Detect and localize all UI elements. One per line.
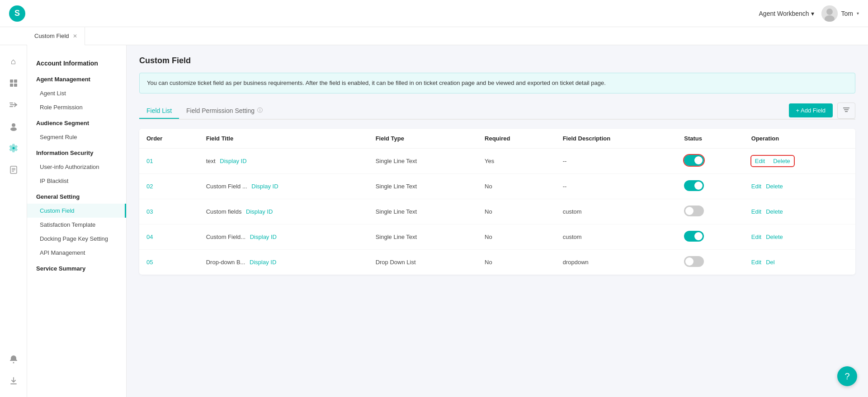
table-header-row: Order Field Title Field Type Required Fi…	[139, 129, 855, 149]
tab-field-permission-label: Field Permission Setting	[186, 107, 255, 114]
main-layout: ⌂ Account Information Agent Management	[0, 45, 868, 397]
nav-download-icon[interactable]	[5, 372, 23, 390]
tab-label: Custom Field	[34, 33, 69, 39]
content-area: Custom Field You can customize ticket fi…	[127, 45, 868, 397]
sidebar-item-agent-list[interactable]: Agent List	[27, 86, 126, 100]
sidebar-item-ip-blacklist[interactable]: IP Blacklist	[27, 174, 126, 188]
sidebar-item-api-management[interactable]: API Management	[27, 246, 126, 260]
topbar-right: Agent Workbench ▾ Tom ▾	[759, 5, 859, 22]
cell-field-title: Custom fields Display ID	[199, 199, 368, 224]
delete-button[interactable]: Del	[766, 259, 775, 266]
cell-operation: EditDelete	[744, 224, 855, 249]
sub-tabs-left: Field List Field Permission Setting ⓘ	[139, 103, 270, 118]
cell-required: Yes	[477, 148, 556, 173]
status-toggle[interactable]	[684, 155, 704, 166]
sidebar-item-custom-field[interactable]: Custom Field	[27, 204, 126, 218]
filter-icon-button[interactable]	[837, 103, 855, 119]
nav-grid-icon[interactable]	[5, 74, 23, 92]
cell-field-title: Custom Field ... Display ID	[199, 173, 368, 199]
cell-field-type: Single Line Text	[368, 173, 477, 199]
table-row: 01text Display IDSingle Line TextYes--Ed…	[139, 148, 855, 173]
svg-point-1	[826, 9, 833, 15]
sidebar-item-docking-page-key[interactable]: Docking Page Key Setting	[27, 232, 126, 246]
cell-required: No	[477, 199, 556, 224]
display-id-link[interactable]: Display ID	[220, 158, 246, 164]
cell-status	[677, 249, 744, 275]
sidebar-item-agent-management-header: Agent Management	[27, 72, 126, 86]
edit-button[interactable]: Edit	[755, 158, 765, 164]
agent-workbench-arrow: ▾	[811, 10, 814, 17]
sidebar-item-role-permission[interactable]: Role Permission	[27, 100, 126, 114]
cell-field-type: Single Line Text	[368, 199, 477, 224]
tab-field-list-label: Field List	[146, 107, 172, 114]
display-id-link[interactable]: Display ID	[250, 259, 276, 266]
status-toggle[interactable]	[684, 231, 704, 242]
nav-routes-icon[interactable]	[5, 96, 23, 114]
cell-required: No	[477, 224, 556, 249]
nav-bell-icon[interactable]	[5, 350, 23, 368]
user-dropdown-arrow: ▾	[857, 11, 859, 16]
svg-point-13	[13, 362, 14, 364]
svg-point-8	[10, 127, 17, 131]
cell-field-type: Single Line Text	[368, 224, 477, 249]
table-row: 02Custom Field ... Display IDSingle Line…	[139, 173, 855, 199]
status-toggle[interactable]	[684, 206, 704, 216]
sidebar-item-satisfaction-template[interactable]: Satisfaction Template	[27, 218, 126, 232]
operation-cell-highlighted: EditDelete	[751, 156, 794, 166]
status-toggle[interactable]	[684, 180, 704, 191]
cell-status	[677, 199, 744, 224]
cell-field-description: --	[556, 173, 677, 199]
edit-button[interactable]: Edit	[751, 234, 761, 240]
table-row: 05Drop-down B... Display IDDrop Down Lis…	[139, 249, 855, 275]
tab-field-permission[interactable]: Field Permission Setting ⓘ	[179, 103, 270, 119]
avatar	[821, 5, 838, 22]
cell-field-description: custom	[556, 224, 677, 249]
delete-button[interactable]: Delete	[766, 234, 783, 240]
delete-button[interactable]: Delete	[766, 183, 783, 190]
info-banner: You can customize ticket field as per bu…	[139, 73, 855, 93]
sidebar-item-user-info-auth[interactable]: User-info Authorization	[27, 160, 126, 174]
edit-button[interactable]: Edit	[751, 208, 761, 215]
edit-button[interactable]: Edit	[751, 183, 761, 190]
tab-close-icon[interactable]: ✕	[73, 33, 77, 39]
tab-custom-field[interactable]: Custom Field ✕	[27, 27, 85, 45]
icon-nav: ⌂	[0, 45, 27, 397]
cell-field-description: --	[556, 148, 677, 173]
edit-button[interactable]: Edit	[751, 259, 761, 266]
cell-required: No	[477, 249, 556, 275]
svg-rect-6	[14, 84, 17, 87]
cell-status	[677, 224, 744, 249]
cell-field-title: Custom Field... Display ID	[199, 224, 368, 249]
nav-person-icon[interactable]	[5, 117, 23, 135]
sub-tabs-right: + Add Field	[789, 103, 855, 119]
topbar-left: S	[9, 5, 25, 22]
sidebar-item-segment-rule[interactable]: Segment Rule	[27, 130, 126, 144]
display-id-link[interactable]: Display ID	[246, 208, 273, 215]
help-button[interactable]: ?	[837, 366, 857, 386]
nav-settings-icon[interactable]	[5, 139, 23, 157]
add-field-button[interactable]: + Add Field	[789, 103, 833, 117]
delete-button[interactable]: Delete	[766, 208, 783, 215]
user-menu[interactable]: Tom ▾	[821, 5, 859, 22]
agent-workbench-label: Agent Workbench	[759, 10, 809, 17]
display-id-link[interactable]: Display ID	[250, 234, 277, 240]
table-row: 04Custom Field... Display IDSingle Line …	[139, 224, 855, 249]
display-id-link[interactable]: Display ID	[251, 183, 278, 190]
cell-order: 02	[139, 173, 199, 199]
cell-field-title: Drop-down B... Display ID	[199, 249, 368, 275]
delete-button[interactable]: Delete	[773, 158, 790, 164]
nav-home-icon[interactable]: ⌂	[5, 52, 23, 70]
cell-operation: EditDelete	[744, 148, 855, 173]
svg-rect-4	[14, 79, 17, 83]
agent-workbench-menu[interactable]: Agent Workbench ▾	[759, 10, 814, 17]
cell-status	[677, 148, 744, 173]
field-table: Order Field Title Field Type Required Fi…	[139, 129, 855, 275]
status-toggle[interactable]	[684, 256, 704, 267]
cell-operation: EditDelete	[744, 173, 855, 199]
sidebar-section-account: Account Information	[27, 56, 126, 70]
col-field-type: Field Type	[368, 129, 477, 149]
sub-tabs: Field List Field Permission Setting ⓘ + …	[139, 103, 855, 120]
tab-field-list[interactable]: Field List	[139, 103, 179, 119]
nav-book-icon[interactable]	[5, 161, 23, 179]
username-label: Tom	[841, 10, 853, 17]
